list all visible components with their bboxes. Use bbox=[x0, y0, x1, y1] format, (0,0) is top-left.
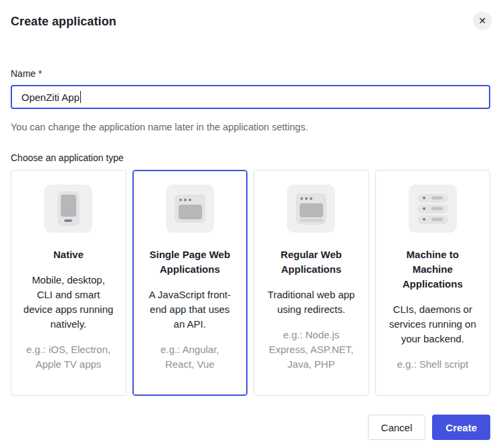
text-cursor bbox=[80, 91, 81, 103]
create-application-modal: Create application ✕ Name * OpenZiti App… bbox=[0, 0, 501, 448]
close-button[interactable]: ✕ bbox=[473, 11, 492, 30]
card-description: Traditional web app using redirects. bbox=[266, 288, 357, 317]
card-native[interactable]: Native Mobile, desktop, CLI and smart de… bbox=[11, 170, 126, 396]
application-name-input[interactable]: OpenZiti App bbox=[11, 85, 490, 109]
card-regular-web[interactable]: Regular Web Applications Traditional web… bbox=[254, 170, 369, 396]
application-type-label: Choose an application type bbox=[11, 152, 490, 163]
name-field-label: Name * bbox=[11, 68, 490, 79]
card-machine-to-machine[interactable]: Machine to Machine Applications CLIs, da… bbox=[375, 170, 491, 396]
modal-footer: Cancel Create bbox=[11, 415, 490, 440]
card-example: e.g.: Node.js Express, ASP.NET, Java, PH… bbox=[266, 328, 357, 372]
card-title: Single Page Web Applications bbox=[145, 247, 235, 277]
modal-header: Create application ✕ bbox=[11, 0, 490, 29]
close-icon: ✕ bbox=[478, 16, 486, 25]
card-example: e.g.: Shell script bbox=[388, 357, 478, 372]
card-title: Machine to Machine Applications bbox=[388, 247, 478, 292]
card-title: Regular Web Applications bbox=[266, 247, 357, 277]
browser-window-icon bbox=[166, 185, 214, 233]
name-helper-text: You can change the application name late… bbox=[11, 120, 490, 134]
card-single-page-web[interactable]: Single Page Web Applications A JavaScrip… bbox=[132, 170, 248, 396]
browser-app-icon bbox=[287, 185, 335, 233]
card-description: Mobile, desktop, CLI and smart device ap… bbox=[23, 273, 114, 332]
server-stack-icon bbox=[409, 185, 457, 233]
application-name-value: OpenZiti App bbox=[21, 92, 80, 103]
application-type-cards: Native Mobile, desktop, CLI and smart de… bbox=[11, 170, 490, 396]
card-example: e.g.: iOS, Electron, Apple TV apps bbox=[23, 342, 114, 372]
cancel-button[interactable]: Cancel bbox=[368, 415, 426, 440]
card-description: A JavaScript front-end app that uses an … bbox=[145, 288, 235, 332]
create-button[interactable]: Create bbox=[432, 415, 490, 440]
mobile-device-icon bbox=[44, 185, 92, 233]
card-title: Native bbox=[23, 247, 114, 262]
card-description: CLIs, daemons or services running on you… bbox=[388, 302, 478, 346]
modal-title: Create application bbox=[11, 13, 490, 29]
card-example: e.g.: Angular, React, Vue bbox=[145, 342, 235, 372]
